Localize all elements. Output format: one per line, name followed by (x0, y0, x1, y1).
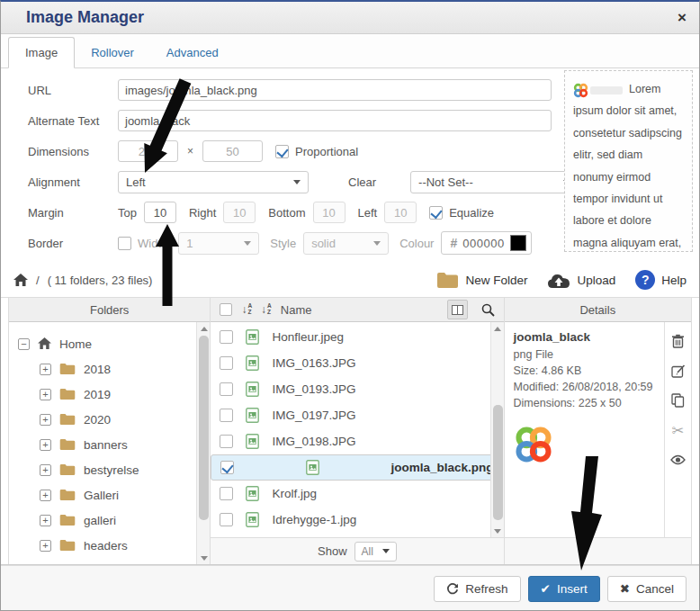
file-row[interactable]: Idrehygge-1.jpg (211, 507, 503, 533)
expand-icon[interactable]: + (40, 364, 51, 375)
scroll-up-icon[interactable] (491, 322, 504, 335)
border-style-select[interactable]: solid (303, 232, 389, 255)
expand-icon[interactable]: + (40, 490, 51, 501)
file-row[interactable]: Honfleur.jpeg (211, 324, 503, 350)
tab-advanced[interactable]: Advanced (150, 38, 235, 67)
sort-extension-icon[interactable]: ↓ AZ (261, 303, 272, 316)
sort-name-icon[interactable]: ↓ AZ (241, 303, 252, 316)
tree-item-bestyrelse[interactable]: + bestyrelse (18, 457, 206, 482)
margin-top-input[interactable]: 10 (144, 202, 176, 223)
help-button[interactable]: ? Help (635, 270, 687, 290)
url-input[interactable]: images/joomla_black.png (118, 79, 552, 101)
image-preview: Lorem ipsum dolor sit amet, consetetur s… (564, 70, 693, 252)
file-row[interactable]: IMG_0163.JPG (211, 350, 503, 376)
collapse-icon[interactable]: − (18, 338, 30, 350)
select-all-checkbox[interactable] (220, 303, 232, 316)
dialog-footer: Refresh ✔ Insert ✖ Cancel (1, 565, 699, 611)
border-width-select[interactable]: 1 (178, 232, 259, 255)
cancel-button[interactable]: ✖ Cancel (607, 576, 687, 602)
scroll-down-icon[interactable] (197, 552, 210, 564)
scroll-up-icon[interactable] (197, 322, 210, 335)
image-file-icon (306, 460, 319, 475)
file-checkbox[interactable] (220, 382, 233, 396)
colour-swatch[interactable] (510, 235, 526, 251)
tree-item-2020[interactable]: + 2020 (18, 407, 206, 432)
home-icon[interactable] (13, 274, 28, 287)
scrollbar-thumb[interactable] (493, 405, 503, 520)
tree-item-home[interactable]: − Home (18, 331, 206, 356)
image-manager-dialog: Image Manager × Image Rollover Advanced … (0, 0, 700, 611)
margin-bottom-label: Bottom (268, 206, 305, 220)
expand-icon[interactable]: + (40, 515, 51, 526)
height-input[interactable]: 50 (202, 140, 263, 162)
expand-icon[interactable]: + (40, 389, 51, 400)
expand-icon[interactable]: + (40, 540, 51, 552)
search-icon[interactable] (477, 300, 500, 319)
folders-scrollbar[interactable] (196, 322, 210, 564)
file-row[interactable]: IMG_0197.JPG (211, 402, 503, 428)
files-header: ↓ AZ ↓ AZ Name (211, 298, 503, 322)
folder-icon (436, 272, 459, 289)
file-checkbox[interactable] (220, 409, 233, 422)
file-row-selected[interactable]: joomla_black.png (211, 454, 503, 481)
tree-item-2019[interactable]: + 2019 (18, 382, 206, 407)
file-row[interactable]: IMG_0193.JPG (211, 376, 503, 402)
show-select[interactable]: All (354, 542, 397, 562)
path-info: ( 11 folders, 23 files) (48, 274, 153, 287)
insert-button[interactable]: ✔ Insert (528, 576, 600, 602)
file-browser: Folders − Home + 2018 + (1, 297, 699, 565)
file-checkbox[interactable] (220, 356, 233, 370)
proportional-label: Proportional (295, 145, 358, 158)
joomla-logo-icon (573, 83, 588, 98)
file-checkbox[interactable] (220, 435, 233, 448)
close-icon[interactable]: × (678, 10, 687, 25)
file-checkbox[interactable] (220, 461, 234, 474)
scroll-down-icon[interactable] (491, 525, 504, 537)
alt-text-input[interactable]: joomla black (118, 110, 552, 131)
clear-select[interactable]: --Not Set-- (410, 171, 579, 193)
file-checkbox[interactable] (220, 330, 233, 344)
border-colour-input[interactable]: # 000000 (441, 231, 531, 255)
toggle-details-column-button[interactable] (447, 300, 468, 319)
scrollbar-thumb[interactable] (199, 336, 209, 520)
margin-right-input[interactable]: 10 (223, 202, 256, 223)
copy-icon[interactable] (670, 392, 687, 409)
equalize-checkbox[interactable] (429, 206, 443, 220)
tree-item-2018[interactable]: + 2018 (18, 356, 206, 382)
expand-icon[interactable]: + (40, 439, 51, 451)
file-row[interactable]: IMG_0198.JPG (211, 428, 503, 454)
expand-icon[interactable]: + (40, 464, 51, 476)
proportional-checkbox[interactable] (275, 145, 289, 158)
file-checkbox[interactable] (220, 487, 233, 500)
tree-item-galleri-lower[interactable]: + galleri (18, 508, 206, 533)
upload-button[interactable]: Upload (547, 272, 615, 289)
folders-column: Folders − Home + 2018 + (8, 298, 211, 564)
tree-item-headers[interactable]: + headers (18, 533, 206, 558)
alignment-select[interactable]: Left (118, 171, 309, 193)
border-checkbox[interactable] (118, 237, 131, 250)
width-input[interactable]: 225 (118, 140, 178, 162)
file-list: Honfleur.jpeg IMG_0163.JPG IMG_0193.JPG (211, 322, 503, 537)
refresh-button[interactable]: Refresh (434, 576, 520, 602)
tab-rollover[interactable]: Rollover (75, 38, 150, 67)
tree-item-galleri-upper[interactable]: + Galleri (18, 482, 206, 508)
folder-icon (59, 463, 76, 476)
preview-icon[interactable] (670, 452, 687, 468)
file-row[interactable]: Krolf.jpg (211, 481, 503, 507)
tab-image[interactable]: Image (8, 37, 75, 68)
file-checkbox[interactable] (220, 513, 233, 526)
x-icon: ✖ (620, 581, 630, 596)
margin-left-label: Left (358, 206, 378, 220)
path-separator[interactable]: / (36, 274, 40, 287)
margin-bottom-input[interactable]: 10 (313, 202, 346, 223)
delete-icon[interactable] (670, 333, 687, 349)
expand-icon[interactable]: + (40, 414, 51, 426)
rename-icon[interactable] (670, 363, 687, 379)
cut-icon[interactable]: ✂ (670, 422, 687, 438)
margin-left-input[interactable]: 10 (384, 202, 417, 223)
dimensions-separator: × (187, 145, 193, 157)
files-scrollbar[interactable] (490, 322, 504, 537)
name-column-label[interactable]: Name (281, 303, 312, 317)
tree-item-banners[interactable]: + banners (18, 432, 206, 457)
new-folder-button[interactable]: New Folder (436, 272, 527, 289)
